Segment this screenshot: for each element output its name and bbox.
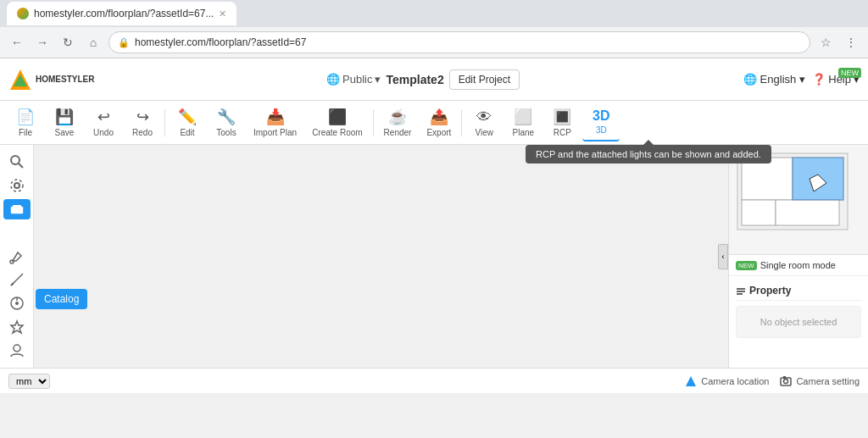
favicon bbox=[17, 8, 29, 19]
bookmark-button[interactable]: ☆ bbox=[815, 32, 836, 53]
export-tool[interactable]: 📤 Export bbox=[420, 104, 458, 141]
status-left: mm bbox=[8, 374, 50, 389]
star-icon bbox=[9, 319, 25, 335]
sidebar-item-settings[interactable] bbox=[3, 175, 31, 196]
svg-point-2 bbox=[11, 156, 19, 164]
import-plan-icon: 📥 bbox=[266, 108, 285, 126]
edit-label: Edit bbox=[180, 128, 194, 137]
paint-icon bbox=[9, 249, 25, 264]
tab-label: homestyler.com/floorplan/?assetId=67... bbox=[34, 8, 214, 19]
logo-icon bbox=[8, 68, 32, 91]
new-badge-small: NEW bbox=[736, 261, 757, 270]
view-icon: 👁 bbox=[476, 108, 492, 126]
forward-button[interactable]: → bbox=[32, 32, 53, 53]
help-button[interactable]: ❓ Help ▾ NEW bbox=[812, 73, 860, 86]
catalog-button[interactable]: Catalog bbox=[36, 289, 87, 309]
sidebar-item-paint[interactable] bbox=[3, 247, 31, 267]
import-plan-tool[interactable]: 📥 Import Plan bbox=[247, 104, 303, 141]
undo-tool[interactable]: ↩ Undo bbox=[85, 104, 122, 141]
camera-setting-icon bbox=[779, 374, 793, 388]
redo-label: Redo bbox=[132, 128, 153, 137]
save-tool[interactable]: 💾 Save bbox=[46, 104, 83, 141]
language-arrow: ▾ bbox=[799, 73, 805, 86]
app-header: HOMESTYLER 🌐 Public ▾ Template2 Edit Pro… bbox=[0, 58, 868, 101]
plane-icon: ⬜ bbox=[514, 108, 532, 126]
file-icon: 📄 bbox=[16, 108, 35, 126]
toolbar: 📄 File 💾 Save ↩ Undo ↪ Redo ✏️ Edit 🔧 To… bbox=[0, 101, 868, 145]
search-icon bbox=[9, 154, 25, 169]
measure-icon bbox=[9, 272, 25, 287]
camera-location-button[interactable]: Camera location bbox=[684, 374, 769, 388]
furniture-icon bbox=[9, 202, 25, 217]
sidebar-item-compass[interactable] bbox=[3, 293, 31, 313]
sidebar-item-user[interactable] bbox=[3, 341, 31, 361]
svg-rect-29 bbox=[783, 376, 786, 379]
language-button[interactable]: 🌐 English ▾ bbox=[743, 73, 806, 86]
rcp-tool[interactable]: 🔳 RCP bbox=[543, 104, 581, 141]
svg-point-8 bbox=[10, 260, 14, 263]
svg-rect-17 bbox=[742, 158, 793, 200]
sidebar-item-furniture[interactable] bbox=[3, 199, 31, 219]
edit-icon: ✏️ bbox=[178, 108, 197, 126]
user-icon bbox=[9, 343, 25, 358]
property-panel: Property No object selected bbox=[729, 276, 868, 343]
plane-tool[interactable]: ⬜ Plane bbox=[504, 104, 542, 141]
property-header: Property bbox=[736, 281, 861, 301]
back-button[interactable]: ← bbox=[7, 32, 27, 53]
threed-tool[interactable]: 3D 3D bbox=[582, 104, 620, 141]
viewport-wrapper: ‹ bbox=[34, 145, 728, 368]
single-room-text: Single room mode bbox=[760, 260, 836, 270]
sidebar-item-star[interactable] bbox=[3, 317, 31, 337]
undo-icon: ↩ bbox=[97, 108, 110, 126]
toolbar-divider-3 bbox=[461, 109, 462, 136]
view-tool[interactable]: 👁 View bbox=[465, 104, 503, 141]
no-object-text: No object selected bbox=[760, 317, 837, 327]
tools-tool[interactable]: 🔧 Tools bbox=[208, 104, 245, 141]
export-label: Export bbox=[426, 128, 451, 137]
home-button[interactable]: ⌂ bbox=[83, 32, 103, 53]
browser-tab[interactable]: homestyler.com/floorplan/?assetId=67... … bbox=[7, 2, 236, 25]
language-label: English bbox=[760, 73, 797, 86]
export-icon: 📤 bbox=[430, 108, 448, 126]
create-room-tool[interactable]: ⬛ Create Room bbox=[305, 104, 369, 141]
address-bar[interactable]: 🔒 homestyler.com/floorplan/?assetId=67 bbox=[108, 31, 810, 53]
status-right: Camera location Camera setting bbox=[684, 374, 860, 388]
camera-setting-button[interactable]: Camera setting bbox=[779, 374, 860, 388]
render-label: Render bbox=[384, 128, 412, 137]
collapse-panel-button[interactable]: ‹ bbox=[718, 244, 728, 269]
menu-button[interactable]: ⋮ bbox=[841, 32, 861, 53]
render-tool[interactable]: ☕ Render bbox=[377, 104, 419, 141]
tab-close[interactable]: ✕ bbox=[219, 8, 226, 19]
reload-button[interactable]: ↻ bbox=[58, 32, 78, 53]
app-logo: HOMESTYLER bbox=[8, 68, 94, 91]
edit-tool[interactable]: ✏️ Edit bbox=[169, 104, 206, 141]
svg-rect-23 bbox=[737, 288, 745, 290]
svg-rect-25 bbox=[737, 293, 743, 295]
single-room-bar: NEW Single room mode bbox=[729, 255, 868, 276]
property-title: Property bbox=[749, 285, 791, 297]
address-text: homestyler.com/floorplan/?assetId=67 bbox=[135, 36, 306, 48]
header-right: 🌐 English ▾ ❓ Help ▾ NEW bbox=[743, 73, 860, 86]
svg-marker-14 bbox=[11, 321, 23, 333]
svg-point-5 bbox=[11, 180, 23, 191]
svg-rect-24 bbox=[737, 291, 745, 292]
logo-text: HOMESTYLER bbox=[36, 75, 94, 84]
camera-setting-label: Camera setting bbox=[796, 376, 860, 386]
edit-project-button[interactable]: Edit Project bbox=[449, 69, 520, 90]
browser-nav-bar: ← → ↻ ⌂ 🔒 homestyler.com/floorplan/?asse… bbox=[0, 27, 868, 58]
threed-label: 3D bbox=[596, 125, 607, 135]
project-name: Template2 bbox=[386, 73, 443, 86]
sidebar-item-search[interactable] bbox=[3, 152, 31, 172]
save-label: Save bbox=[55, 128, 75, 137]
file-label: File bbox=[19, 128, 32, 137]
unit-select[interactable]: mm bbox=[8, 374, 50, 389]
file-tool[interactable]: 📄 File bbox=[7, 104, 44, 141]
svg-point-28 bbox=[784, 379, 788, 383]
browser-chrome: homestyler.com/floorplan/?assetId=67... … bbox=[0, 0, 868, 58]
save-icon: 💾 bbox=[55, 108, 74, 126]
render-icon: ☕ bbox=[388, 108, 407, 126]
public-button[interactable]: 🌐 Public ▾ bbox=[326, 73, 381, 86]
redo-tool[interactable]: ↪ Redo bbox=[124, 104, 161, 141]
lock-icon: 🔒 bbox=[118, 37, 130, 48]
sidebar-item-measure[interactable] bbox=[3, 270, 31, 291]
